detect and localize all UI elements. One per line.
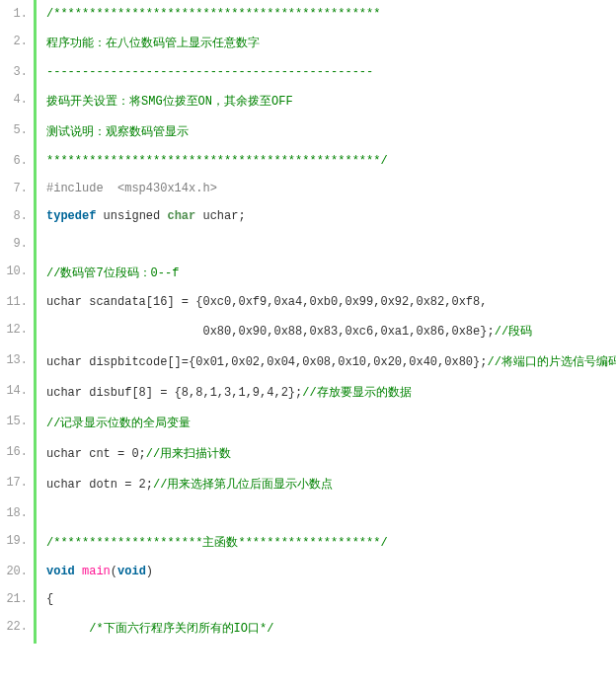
token: //用来扫描计数 <box>146 447 231 461</box>
code-line: 22. /*下面六行程序关闭所有的IO口*/ <box>0 613 616 644</box>
change-bar <box>34 147 37 175</box>
token: uchar disbuf[8] = {8,8,1,3,1,9,4,2}; <box>46 386 302 400</box>
change-bar <box>34 316 37 346</box>
line-number: 1. <box>0 0 34 28</box>
code-line: 8.typedef unsigned char uchar; <box>0 202 616 230</box>
token: void <box>117 565 146 578</box>
code-line: 1./*************************************… <box>0 0 616 28</box>
change-bar <box>34 499 37 527</box>
code-content[interactable]: /***************************************… <box>46 0 616 28</box>
code-listing: 1./*************************************… <box>0 0 616 644</box>
token <box>46 237 53 251</box>
change-bar <box>34 438 37 469</box>
token: 0x80,0x90,0x88,0x83,0xc6,0xa1,0x86,0x8e}… <box>46 325 495 339</box>
line-number: 19. <box>0 527 34 558</box>
change-bar <box>34 558 37 585</box>
code-content[interactable]: 测试说明：观察数码管显示 <box>46 116 616 147</box>
code-content[interactable]: ----------------------------------------… <box>46 58 616 86</box>
code-content[interactable]: typedef unsigned char uchar; <box>46 202 616 230</box>
change-bar <box>34 346 37 377</box>
code-line: 18. <box>0 499 616 527</box>
line-number: 15. <box>0 408 34 438</box>
line-number: 10. <box>0 258 34 288</box>
line-number: 22. <box>0 613 34 644</box>
token: ----------------------------------------… <box>46 65 373 79</box>
line-number: 11. <box>0 288 34 316</box>
code-line: 3.--------------------------------------… <box>0 58 616 86</box>
code-content[interactable]: void main(void) <box>46 558 616 585</box>
code-line: 20.void main(void) <box>0 558 616 585</box>
token: //记录显示位数的全局变量 <box>46 417 191 430</box>
token: uchar dispbitcode[]={0x01,0x02,0x04,0x08… <box>46 355 487 369</box>
token: //段码 <box>495 325 532 339</box>
token: uchar scandata[16] = {0xc0,0xf9,0xa4,0xb… <box>46 295 487 309</box>
line-number: 18. <box>0 499 34 527</box>
token: //数码管7位段码：0--f <box>46 267 179 280</box>
token: 测试说明：观察数码管显示 <box>46 125 189 139</box>
token <box>75 565 82 578</box>
token: uchar cnt = 0; <box>46 447 146 461</box>
code-content[interactable]: uchar cnt = 0;//用来扫描计数 <box>46 438 616 469</box>
code-content[interactable]: //记录显示位数的全局变量 <box>46 408 616 438</box>
line-number: 2. <box>0 28 34 58</box>
change-bar <box>34 258 37 288</box>
token: unsigned <box>96 209 167 223</box>
code-content[interactable]: ****************************************… <box>46 147 616 175</box>
code-content[interactable]: uchar scandata[16] = {0xc0,0xf9,0xa4,0xb… <box>46 288 616 316</box>
change-bar <box>34 175 37 202</box>
token: //存放要显示的数据 <box>302 386 411 400</box>
change-bar <box>34 377 37 408</box>
token: /*********************主函数***************… <box>46 536 388 550</box>
code-content[interactable]: //数码管7位段码：0--f <box>46 258 616 288</box>
code-content[interactable]: 程序功能：在八位数码管上显示任意数字 <box>46 28 616 58</box>
code-content[interactable] <box>46 499 616 527</box>
token: /*下面六行程序关闭所有的IO口*/ <box>89 622 273 636</box>
code-line: 12. 0x80,0x90,0x88,0x83,0xc6,0xa1,0x86,0… <box>0 316 616 346</box>
token: //将端口的片选信号编码 <box>487 355 616 369</box>
code-content[interactable]: /*********************主函数***************… <box>46 527 616 558</box>
code-content[interactable]: /*下面六行程序关闭所有的IO口*/ <box>46 613 616 644</box>
code-line: 13.uchar dispbitcode[]={0x01,0x02,0x04,0… <box>0 346 616 377</box>
line-number: 8. <box>0 202 34 230</box>
change-bar <box>34 0 37 28</box>
code-line: 10.//数码管7位段码：0--f <box>0 258 616 288</box>
change-bar <box>34 58 37 86</box>
change-bar <box>34 86 37 116</box>
code-content[interactable]: { <box>46 585 616 613</box>
change-bar <box>34 408 37 438</box>
code-line: 9. <box>0 230 616 258</box>
line-number: 4. <box>0 86 34 116</box>
code-line: 4.拨码开关设置：将SMG位拨至ON，其余拨至OFF <box>0 86 616 116</box>
token: #include <msp430x14x.h> <box>46 182 217 195</box>
code-line: 11.uchar scandata[16] = {0xc0,0xf9,0xa4,… <box>0 288 616 316</box>
code-content[interactable]: uchar dispbitcode[]={0x01,0x02,0x04,0x08… <box>46 346 616 377</box>
code-content[interactable]: 拨码开关设置：将SMG位拨至ON，其余拨至OFF <box>46 86 616 116</box>
token: ( <box>111 565 117 578</box>
token: 程序功能：在八位数码管上显示任意数字 <box>46 37 260 50</box>
code-line: 14.uchar disbuf[8] = {8,8,1,3,1,9,4,2};/… <box>0 377 616 408</box>
code-line: 7.#include <msp430x14x.h> <box>0 175 616 202</box>
code-content[interactable]: 0x80,0x90,0x88,0x83,0xc6,0xa1,0x86,0x8e}… <box>46 316 616 346</box>
line-number: 12. <box>0 316 34 346</box>
token: char <box>167 209 195 223</box>
change-bar <box>34 527 37 558</box>
change-bar <box>34 613 37 644</box>
code-line: 2.程序功能：在八位数码管上显示任意数字 <box>0 28 616 58</box>
line-number: 21. <box>0 585 34 613</box>
line-number: 7. <box>0 175 34 202</box>
code-content[interactable]: uchar dotn = 2;//用来选择第几位后面显示小数点 <box>46 469 616 499</box>
code-content[interactable]: #include <msp430x14x.h> <box>46 175 616 202</box>
token: uchar; <box>195 209 245 223</box>
line-number: 6. <box>0 147 34 175</box>
line-number: 20. <box>0 558 34 585</box>
code-line: 5.测试说明：观察数码管显示 <box>0 116 616 147</box>
token <box>46 622 89 636</box>
token: void <box>46 565 75 578</box>
token: main <box>82 565 111 578</box>
token: ****************************************… <box>46 154 388 168</box>
code-content[interactable] <box>46 230 616 258</box>
code-content[interactable]: uchar disbuf[8] = {8,8,1,3,1,9,4,2};//存放… <box>46 377 616 408</box>
token: { <box>46 592 53 606</box>
token: 拨码开关设置：将SMG位拨至ON，其余拨至OFF <box>46 95 293 109</box>
code-line: 16.uchar cnt = 0;//用来扫描计数 <box>0 438 616 469</box>
